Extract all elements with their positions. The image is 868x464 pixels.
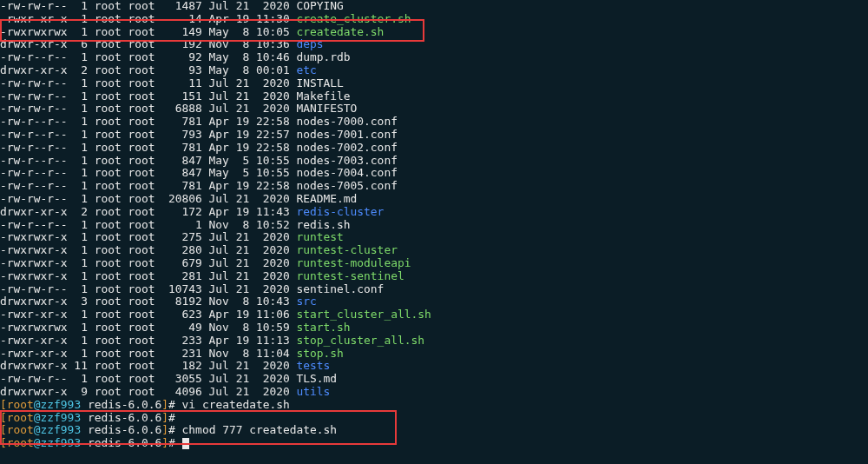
file-name: utils bbox=[296, 385, 330, 398]
file-name: README.md bbox=[296, 192, 357, 205]
file-name: Makefile bbox=[296, 89, 350, 103]
file-name: dump.rdb bbox=[296, 50, 350, 63]
file-name: runtest bbox=[296, 230, 343, 243]
file-row: -rwxrwxr-x 1 root root 280 Jul 21 2020 r… bbox=[0, 244, 868, 257]
prompt-cwd: redis-6.0.6 bbox=[88, 398, 161, 411]
file-name: nodes-7003.conf bbox=[296, 154, 397, 167]
file-row: -rwxrwxrwx 1 root root 49 Nov 8 10:59 st… bbox=[0, 321, 868, 335]
file-row: -rwxrwxr-x 1 root root 275 Jul 21 2020 r… bbox=[0, 231, 868, 244]
file-name: etc bbox=[296, 63, 316, 76]
prompt-cwd: redis-6.0.6 bbox=[88, 436, 161, 449]
file-row: -rwxrwxrwx 1 root root 149 May 8 10:05 c… bbox=[0, 26, 868, 39]
file-row: drwxr-xr-x 2 root root 172 Apr 19 11:43 … bbox=[0, 206, 868, 219]
file-name: INSTALL bbox=[296, 76, 343, 89]
prompt-user: root bbox=[7, 436, 34, 449]
prompt-user: root bbox=[7, 411, 34, 424]
prompt-line: [root@zzf993 redis-6.0.6]# vi createdate… bbox=[0, 399, 868, 412]
prompt-cwd: redis-6.0.6 bbox=[88, 423, 161, 436]
file-row: -rw-rw-r-- 1 root root 151 Jul 21 2020 M… bbox=[0, 90, 868, 103]
prompt-line: [root@zzf993 redis-6.0.6]# bbox=[0, 412, 868, 425]
file-row: -rw-r--r-- 1 root root 781 Apr 19 22:58 … bbox=[0, 180, 868, 193]
file-name: redis.sh bbox=[296, 218, 350, 231]
file-row: -rwxrwxr-x 1 root root 679 Jul 21 2020 r… bbox=[0, 257, 868, 270]
file-row: drwxr-xr-x 6 root root 192 Nov 8 10:36 d… bbox=[0, 38, 868, 51]
file-name: MANIFESTO bbox=[296, 102, 357, 115]
file-row: -rw-rw-r-- 1 root root 20806 Jul 21 2020… bbox=[0, 193, 868, 206]
file-row: drwxrwxr-x 9 root root 4096 Jul 21 2020 … bbox=[0, 386, 868, 399]
file-name: redis-cluster bbox=[296, 205, 384, 218]
prompt-host: zzf993 bbox=[41, 398, 82, 411]
file-name: nodes-7002.conf bbox=[296, 141, 397, 154]
file-row: -rw-r--r-- 1 root root 92 May 8 10:46 du… bbox=[0, 51, 868, 64]
file-name: nodes-7001.conf bbox=[296, 128, 397, 141]
file-row: -rw-r--r-- 1 root root 781 Apr 19 22:58 … bbox=[0, 116, 868, 129]
file-name: sentinel.conf bbox=[296, 282, 384, 295]
prompt-line: [root@zzf993 redis-6.0.6]# chmod 777 cre… bbox=[0, 424, 868, 437]
file-name: createdate.sh bbox=[296, 25, 384, 38]
file-name: runtest-moduleapi bbox=[296, 256, 411, 269]
file-row: -rw-r--r-- 1 root root 847 May 5 10:55 n… bbox=[0, 155, 868, 168]
file-row: -rw-rw-r-- 1 root root 3055 Jul 21 2020 … bbox=[0, 373, 868, 386]
prompt-host: zzf993 bbox=[41, 436, 82, 449]
prompt-line[interactable]: [root@zzf993 redis-6.0.6]# bbox=[0, 437, 868, 450]
file-name: runtest-sentinel bbox=[296, 269, 404, 282]
prompt-command: chmod 777 createdate.sh bbox=[182, 423, 338, 436]
file-row: drwxrwxr-x 3 root root 8192 Nov 8 10:43 … bbox=[0, 295, 868, 308]
file-name: start_cluster_all.sh bbox=[296, 308, 431, 321]
file-name: nodes-7004.conf bbox=[296, 166, 397, 179]
file-name: src bbox=[296, 295, 316, 308]
file-row: -rw-r--r-- 1 root root 1 Nov 8 10:52 red… bbox=[0, 219, 868, 232]
prompt-user: root bbox=[7, 398, 34, 411]
file-row: -rw-r--r-- 1 root root 847 May 5 10:55 n… bbox=[0, 167, 868, 180]
prompt-user: root bbox=[7, 423, 34, 436]
file-name: runtest-cluster bbox=[296, 243, 397, 256]
prompt-command: vi createdate.sh bbox=[182, 398, 290, 411]
file-row: -rwxr-xr-x 1 root root 233 Apr 19 11:13 … bbox=[0, 335, 868, 348]
file-row: -rw-r--r-- 1 root root 781 Apr 19 22:58 … bbox=[0, 142, 868, 155]
file-row: drwxr-xr-x 2 root root 93 May 8 00:01 et… bbox=[0, 64, 868, 77]
file-name: stop.sh bbox=[296, 347, 343, 360]
file-name: COPYING bbox=[296, 0, 343, 12]
file-name: nodes-7005.conf bbox=[296, 179, 397, 192]
file-row: -rwxr-xr-x 1 root root 14 Apr 19 11:30 c… bbox=[0, 13, 868, 26]
file-row: -rwxrwxr-x 1 root root 281 Jul 21 2020 r… bbox=[0, 270, 868, 283]
prompt-host: zzf993 bbox=[41, 411, 82, 424]
file-row: -rw-rw-r-- 1 root root 1487 Jul 21 2020 … bbox=[0, 0, 868, 13]
file-row: -rw-rw-r-- 1 root root 10743 Jul 21 2020… bbox=[0, 283, 868, 296]
file-name: TLS.md bbox=[296, 372, 337, 385]
file-row: -rwxr-xr-x 1 root root 623 Apr 19 11:06 … bbox=[0, 308, 868, 321]
file-name: stop_cluster_all.sh bbox=[296, 334, 424, 347]
cursor bbox=[182, 438, 189, 449]
file-name: nodes-7000.conf bbox=[296, 115, 397, 128]
file-name: tests bbox=[296, 359, 330, 372]
file-row: -rw-rw-r-- 1 root root 6888 Jul 21 2020 … bbox=[0, 103, 868, 116]
terminal-output[interactable]: -rw-rw-r-- 1 root root 1487 Jul 21 2020 … bbox=[0, 0, 868, 450]
file-row: -rw-r--r-- 1 root root 793 Apr 19 22:57 … bbox=[0, 129, 868, 142]
file-name: create_cluster.sh bbox=[296, 12, 411, 25]
file-row: drwxrwxr-x 11 root root 182 Jul 21 2020 … bbox=[0, 360, 868, 373]
file-name: deps bbox=[296, 37, 323, 50]
file-row: -rwxr-xr-x 1 root root 231 Nov 8 11:04 s… bbox=[0, 348, 868, 361]
prompt-cwd: redis-6.0.6 bbox=[88, 411, 161, 424]
prompt-host: zzf993 bbox=[41, 423, 82, 436]
file-name: start.sh bbox=[296, 321, 350, 334]
file-row: -rw-rw-r-- 1 root root 11 Jul 21 2020 IN… bbox=[0, 77, 868, 90]
